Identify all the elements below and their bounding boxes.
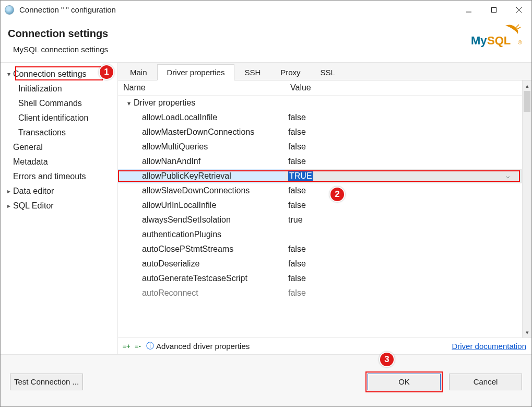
mysql-logo: My SQL ® bbox=[470, 22, 522, 50]
svg-text:SQL: SQL bbox=[487, 34, 511, 47]
cancel-button[interactable]: Cancel bbox=[449, 374, 522, 390]
tree-item-label: Client identification bbox=[18, 113, 88, 123]
chevron-down-icon[interactable]: ⌵ bbox=[506, 172, 510, 180]
tree-item-label: Metadata bbox=[13, 157, 48, 167]
tab-bar: Main Driver properties SSH Proxy SSL bbox=[118, 63, 531, 80]
scroll-thumb[interactable] bbox=[524, 91, 530, 112]
chevron-right-icon: ▸ bbox=[5, 188, 13, 195]
property-row[interactable]: allowLoadLocalInfilefalse bbox=[118, 110, 522, 125]
properties-grid[interactable]: Name Value ▾Driver properties allowLoadL… bbox=[118, 80, 522, 338]
settings-tree[interactable]: ▾ Connection settings Initialization She… bbox=[1, 63, 118, 354]
property-row[interactable]: alwaysSendSetIsolationtrue bbox=[118, 213, 522, 227]
property-row[interactable]: allowMultiQueriesfalse bbox=[118, 139, 522, 154]
property-name: allowMultiQueries bbox=[118, 139, 285, 154]
tree-item-label: Connection settings bbox=[13, 69, 87, 79]
remove-property-icon[interactable]: ≡- bbox=[134, 342, 142, 351]
ok-button[interactable]: OK bbox=[368, 374, 441, 390]
property-value[interactable]: false bbox=[285, 139, 522, 154]
tree-item-label: Shell Commands bbox=[18, 99, 82, 108]
title-bar: Connection " " configuration bbox=[1, 1, 531, 19]
minimize-button[interactable] bbox=[456, 1, 481, 19]
tree-shell-commands[interactable]: Shell Commands bbox=[4, 96, 117, 111]
property-row[interactable]: autoGenerateTestcaseScriptfalse bbox=[118, 271, 522, 286]
property-row[interactable]: autoDeserializefalse bbox=[118, 257, 522, 271]
tab-main[interactable]: Main bbox=[120, 64, 157, 80]
tree-data-editor[interactable]: ▸Data editor bbox=[4, 184, 117, 199]
property-row[interactable]: autoClosePStmtStreamsfalse bbox=[118, 242, 522, 257]
tab-driver-properties[interactable]: Driver properties bbox=[157, 64, 235, 80]
maximize-button[interactable] bbox=[481, 1, 506, 19]
tree-initialization[interactable]: Initialization bbox=[4, 82, 117, 96]
property-value[interactable] bbox=[285, 227, 522, 242]
vertical-scrollbar[interactable]: ▴ ▾ bbox=[522, 80, 531, 338]
tree-item-label: Transactions bbox=[18, 128, 66, 137]
property-name: allowUrlInLocalInfile bbox=[118, 198, 285, 213]
property-value[interactable]: false bbox=[285, 125, 522, 139]
tree-item-label: General bbox=[13, 143, 43, 152]
property-name: allowLoadLocalInfile bbox=[118, 110, 285, 125]
chevron-down-icon: ▾ bbox=[5, 71, 13, 78]
property-row[interactable]: allowSlaveDownConnectionsfalse bbox=[118, 183, 522, 198]
svg-rect-1 bbox=[492, 7, 496, 12]
dialog-window: 1 2 3 Connection " " configuration Conne… bbox=[0, 0, 532, 407]
column-name[interactable]: Name bbox=[118, 80, 285, 96]
footer: Test Connection ... OK Cancel bbox=[1, 354, 531, 406]
property-row-selected[interactable]: allowPublicKeyRetrieval TRUE ⌵ bbox=[118, 169, 522, 183]
property-value-editor[interactable]: TRUE ⌵ bbox=[285, 169, 522, 183]
chevron-down-icon: ▾ bbox=[124, 100, 134, 107]
add-property-icon[interactable]: ≡+ bbox=[122, 342, 131, 351]
scroll-up-icon[interactable]: ▴ bbox=[523, 80, 531, 91]
tree-client-identification[interactable]: Client identification bbox=[4, 111, 117, 125]
property-row[interactable]: authenticationPlugins bbox=[118, 227, 522, 242]
svg-text:®: ® bbox=[518, 40, 522, 45]
tab-ssh[interactable]: SSH bbox=[234, 64, 270, 80]
property-value[interactable]: false bbox=[285, 110, 522, 125]
property-row[interactable]: autoReconnectfalse bbox=[118, 286, 522, 300]
property-name: autoDeserialize bbox=[118, 257, 285, 271]
info-icon: ⓘ bbox=[146, 341, 154, 351]
property-value[interactable]: false bbox=[285, 198, 522, 213]
tree-transactions[interactable]: Transactions bbox=[4, 125, 117, 140]
window-title: Connection " " configuration bbox=[19, 5, 116, 14]
tree-sql-editor[interactable]: ▸SQL Editor bbox=[4, 199, 117, 213]
driver-documentation-link[interactable]: Driver documentation bbox=[452, 342, 526, 351]
property-value[interactable]: false bbox=[285, 154, 522, 169]
scroll-down-icon[interactable]: ▾ bbox=[523, 327, 531, 338]
selected-value-text: TRUE bbox=[288, 171, 313, 181]
property-name: alwaysSendSetIsolation bbox=[118, 213, 285, 227]
property-value[interactable]: true bbox=[285, 213, 522, 227]
property-name: allowPublicKeyRetrieval bbox=[118, 169, 285, 183]
tree-metadata[interactable]: Metadata bbox=[4, 155, 117, 169]
tab-proxy[interactable]: Proxy bbox=[270, 64, 310, 80]
close-button[interactable] bbox=[506, 1, 531, 19]
body: ▾ Connection settings Initialization She… bbox=[1, 63, 531, 354]
property-name: allowMasterDownConnections bbox=[118, 125, 285, 139]
tree-item-label: Errors and timeouts bbox=[13, 172, 86, 181]
advanced-label: Advanced driver properties bbox=[156, 342, 250, 351]
group-driver-properties[interactable]: ▾Driver properties bbox=[118, 96, 522, 110]
heading-area: Connection settings MySQL connection set… bbox=[1, 19, 531, 63]
chevron-right-icon: ▸ bbox=[5, 202, 13, 210]
column-value[interactable]: Value bbox=[285, 80, 522, 96]
tree-errors-timeouts[interactable]: Errors and timeouts bbox=[4, 169, 117, 184]
property-name: allowSlaveDownConnections bbox=[118, 183, 285, 198]
property-value[interactable]: false bbox=[285, 271, 522, 286]
tree-general[interactable]: General bbox=[4, 140, 117, 155]
property-value[interactable]: false bbox=[285, 242, 522, 257]
svg-text:My: My bbox=[471, 34, 487, 47]
property-row[interactable]: allowUrlInLocalInfilefalse bbox=[118, 198, 522, 213]
property-value[interactable]: false bbox=[285, 286, 522, 300]
property-value[interactable]: false bbox=[285, 257, 522, 271]
page-title: Connection settings bbox=[8, 28, 470, 40]
property-name: autoGenerateTestcaseScript bbox=[118, 271, 285, 286]
tree-item-label: Data editor bbox=[13, 187, 54, 196]
property-row[interactable]: allowNanAndInffalse bbox=[118, 154, 522, 169]
test-connection-button[interactable]: Test Connection ... bbox=[10, 374, 83, 390]
right-panel: Main Driver properties SSH Proxy SSL Nam… bbox=[118, 63, 531, 354]
property-row[interactable]: allowMasterDownConnectionsfalse bbox=[118, 125, 522, 139]
tree-connection-settings[interactable]: ▾ Connection settings bbox=[4, 67, 117, 82]
advanced-bar: ≡+ ≡- ⓘ Advanced driver properties Drive… bbox=[118, 338, 531, 354]
property-value[interactable]: false bbox=[285, 183, 522, 198]
property-name: autoClosePStmtStreams bbox=[118, 242, 285, 257]
tab-ssl[interactable]: SSL bbox=[311, 64, 345, 80]
